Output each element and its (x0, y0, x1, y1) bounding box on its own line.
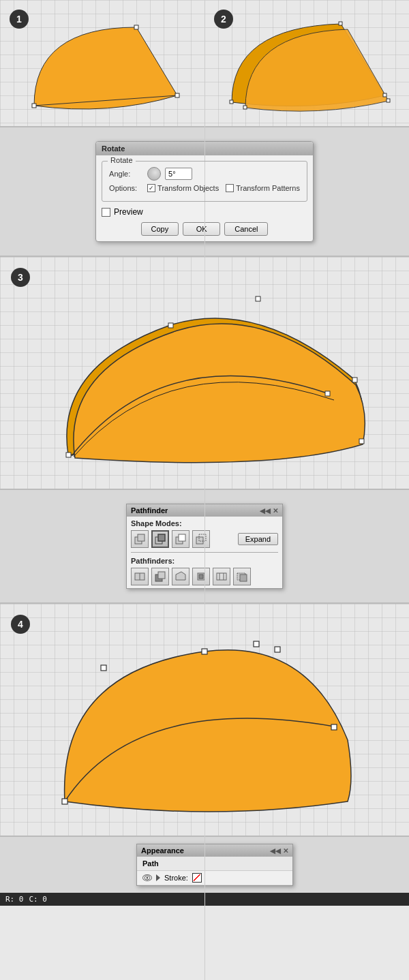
svg-rect-36 (275, 647, 280, 652)
pf-crop-icon[interactable] (192, 568, 210, 585)
appearance-title-bar: Appearance ◀◀ ✕ (137, 844, 292, 857)
svg-rect-33 (62, 799, 67, 804)
step-4-number: 4 (11, 615, 30, 634)
svg-rect-27 (199, 575, 203, 579)
svg-rect-5 (383, 93, 387, 97)
stroke-label: Stroke: (164, 874, 188, 882)
shape-intersect-icon[interactable] (151, 530, 169, 548)
appearance-path-row: Path (137, 857, 292, 871)
options-row: Options: Transform Objects Transform Pat… (109, 184, 300, 192)
transform-patterns-label: Transform Patterns (236, 184, 300, 192)
pathfinder-close-btn[interactable]: ✕ (273, 507, 278, 515)
preview-label: Preview (114, 207, 143, 217)
stroke-none-indicator (194, 874, 200, 881)
top-row: 1 2 (0, 0, 409, 126)
cancel-button[interactable]: Cancel (224, 222, 268, 236)
transform-objects-checkbox[interactable]: Transform Objects (147, 184, 219, 192)
svg-rect-2 (175, 93, 179, 97)
expand-button[interactable]: Expand (238, 533, 278, 545)
ok-button[interactable]: OK (183, 222, 220, 236)
step-1-panel: 1 (0, 0, 204, 126)
angle-input[interactable] (165, 168, 192, 180)
pf-divide-icon[interactable] (131, 568, 149, 585)
r-value: R: 0 (5, 895, 24, 904)
shape-exclude-icon[interactable] (172, 530, 190, 548)
transform-patterns-checkbox[interactable]: Transform Patterns (226, 184, 300, 192)
copy-button[interactable]: Copy (141, 222, 179, 236)
step-1-number: 1 (10, 10, 29, 29)
transform-patterns-cb[interactable] (226, 184, 234, 192)
angle-row: Angle: (109, 167, 300, 181)
svg-rect-6 (243, 106, 247, 109)
step-2-canvas (204, 0, 409, 126)
step-2-panel: 2 (204, 0, 409, 126)
svg-rect-32 (240, 575, 247, 581)
preview-checkbox[interactable] (102, 208, 110, 217)
appearance-path-label: Path (142, 859, 159, 868)
svg-point-40 (147, 877, 149, 879)
rotate-title-text: Rotate (102, 144, 125, 153)
transform-objects-label: Transform Objects (157, 184, 219, 192)
appearance-title-btns: ◀◀ ✕ (270, 847, 288, 855)
step-3-section: 3 (0, 257, 409, 489)
shape-minus-front-icon[interactable] (192, 530, 210, 548)
pf-outline-icon[interactable] (213, 568, 230, 585)
svg-rect-35 (254, 641, 259, 647)
pf-merge-icon[interactable] (172, 568, 190, 585)
stroke-visibility-icon[interactable] (142, 874, 152, 881)
svg-rect-10 (256, 296, 260, 301)
pathfinder-collapse-btn[interactable]: ◀◀ (260, 507, 271, 515)
pathfinder-title-text: Pathfinder (131, 506, 168, 515)
step-4-section: 4 (0, 604, 409, 836)
svg-rect-3 (230, 100, 233, 104)
svg-rect-34 (202, 649, 207, 654)
stroke-swatch[interactable] (192, 873, 202, 883)
svg-rect-17 (158, 534, 165, 541)
svg-rect-4 (339, 22, 342, 25)
step-3-canvas (0, 257, 409, 489)
appearance-dialog: Appearance ◀◀ ✕ Path Stroke: (136, 844, 293, 886)
rotate-group: Rotate Angle: Options: Transform Objects… (102, 161, 307, 202)
appearance-stroke-row: Stroke: (137, 871, 292, 885)
svg-rect-7 (387, 99, 390, 102)
angle-label: Angle: (109, 170, 143, 178)
svg-rect-28 (217, 573, 226, 580)
transform-objects-cb[interactable] (147, 184, 155, 192)
appearance-collapse-btn[interactable]: ◀◀ (270, 847, 281, 855)
svg-rect-38 (331, 724, 337, 730)
appearance-close-btn[interactable]: ✕ (283, 847, 288, 855)
angle-dial[interactable] (147, 167, 161, 181)
pathfinder-title-buttons: ◀◀ ✕ (260, 507, 278, 515)
appearance-title-text: Appearance (141, 846, 184, 855)
svg-rect-8 (66, 453, 71, 457)
pf-minus-back-icon[interactable] (233, 568, 251, 585)
svg-rect-0 (32, 104, 36, 108)
c-value: C: 0 (29, 895, 48, 904)
step-3-number: 3 (11, 268, 30, 287)
svg-rect-37 (101, 665, 106, 671)
shape-unite-icon[interactable] (131, 530, 149, 548)
options-label: Options: (109, 184, 143, 192)
svg-rect-19 (179, 534, 185, 541)
svg-rect-20 (196, 537, 203, 544)
rotate-group-label: Rotate (108, 156, 135, 164)
options-checkboxes: Transform Objects Transform Patterns (147, 184, 300, 192)
pf-trim-icon[interactable] (151, 568, 169, 585)
svg-rect-13 (325, 391, 330, 396)
svg-rect-15 (138, 534, 145, 541)
step-1-canvas (0, 0, 204, 126)
svg-rect-12 (359, 439, 364, 444)
svg-rect-1 (134, 25, 138, 29)
step-2-number: 2 (214, 10, 233, 29)
svg-rect-9 (168, 323, 173, 328)
svg-rect-25 (158, 572, 165, 579)
step-4-canvas (0, 604, 409, 836)
svg-rect-11 (352, 378, 357, 382)
stroke-expand-icon[interactable] (156, 874, 160, 881)
